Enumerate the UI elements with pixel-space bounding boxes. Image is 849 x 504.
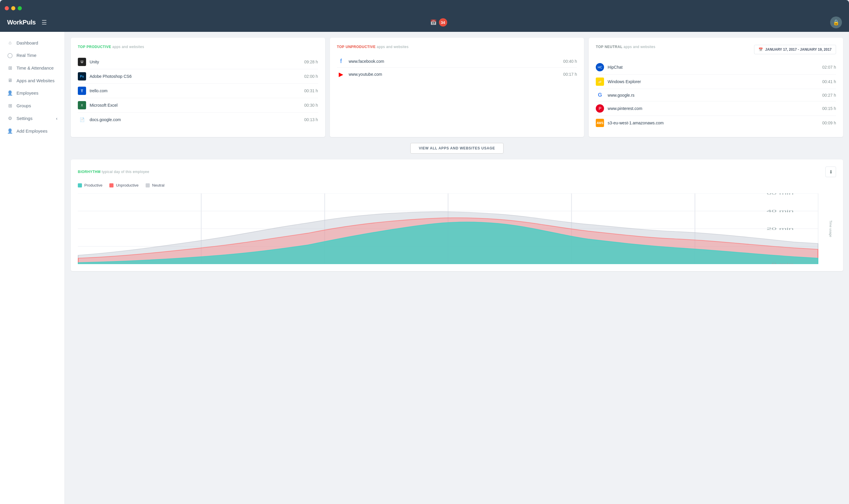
top-unproductive-card: TOP UNPRODUCTIVE apps and websites f www… (330, 38, 584, 137)
app-time: 00:15 h (822, 106, 836, 111)
sidebar-item-employees[interactable]: 👤 Employees (0, 87, 65, 99)
facebook-icon: f (337, 58, 345, 65)
svg-text:40 min: 40 min (766, 209, 794, 213)
dashboard-icon: ⌂ (7, 40, 13, 46)
header-left: WorkPuls ☰ (7, 19, 47, 26)
svg-text:20 min: 20 min (766, 227, 794, 231)
productive-label: Productive (84, 183, 102, 187)
time-attendance-icon: ⊞ (7, 65, 13, 71)
calendar-small-icon: 📅 (759, 48, 763, 52)
top-productive-title: TOP PRODUCTIVE apps and websites (78, 45, 318, 49)
header-center: 📅 34 (430, 18, 447, 26)
add-employees-icon: 👤 (7, 128, 13, 134)
main-content: TOP PRODUCTIVE apps and websites U Unity… (65, 32, 849, 504)
app-time: 00:31 h (304, 88, 318, 93)
youtube-icon: ▶ (337, 71, 345, 78)
top-unproductive-title: TOP UNPRODUCTIVE apps and websites (337, 45, 577, 49)
settings-icon: ⚙ (7, 115, 13, 121)
svg-text:0 min: 0 min (772, 262, 794, 264)
svg-text:60 min: 60 min (766, 193, 794, 195)
sidebar-label-time-attendance: Time & Attendance (17, 66, 54, 70)
list-item: 📁 Windows Explorer 00:41 h (596, 75, 836, 89)
windows-explorer-icon: 📁 (596, 77, 604, 86)
list-item: ▶ www.youtube.com 00:17 h (337, 68, 577, 81)
date-range-badge[interactable]: 📅 JANUARY 17, 2017 - JANUARY 19, 2017 (754, 45, 836, 54)
sidebar-item-groups[interactable]: ⊞ Groups (0, 99, 65, 112)
app-name: trello.com (90, 88, 304, 93)
app-time: 09:28 h (304, 59, 318, 64)
date-range-text: JANUARY 17, 2017 - JANUARY 19, 2017 (765, 48, 832, 52)
chart-outer: 60 min 40 min 20 min 0 min 09:00 12:00 1… (78, 193, 836, 264)
window-chrome (0, 0, 849, 13)
chart-svg: 60 min 40 min 20 min 0 min 09:00 12:00 1… (78, 193, 818, 264)
traffic-lights (5, 6, 22, 10)
app-header: WorkPuls ☰ 📅 34 🔒 (0, 13, 849, 32)
chevron-left-icon: ‹ (56, 116, 57, 121)
sidebar-item-add-employees[interactable]: 👤 Add Employees (0, 125, 65, 137)
menu-toggle[interactable]: ☰ (41, 19, 47, 26)
download-button[interactable]: ⬇ (826, 166, 836, 177)
app-name: HipChat (608, 65, 822, 70)
top-cards-row: TOP PRODUCTIVE apps and websites U Unity… (71, 38, 843, 137)
sidebar-label-settings: Settings (17, 116, 32, 121)
app-name: Microsoft Excel (90, 103, 304, 108)
list-item: f www.facebook.com 00:40 h (337, 55, 577, 68)
biorhythm-chart: 60 min 40 min 20 min 0 min 09:00 12:00 1… (78, 193, 818, 264)
top-neutral-title: TOP NEUTRAL apps and websites (596, 45, 655, 49)
top-neutral-card: TOP NEUTRAL apps and websites 📅 JANUARY … (589, 38, 843, 137)
sidebar-item-settings[interactable]: ⚙ Settings ‹ (0, 112, 65, 125)
app-logo: WorkPuls (7, 19, 36, 26)
list-item: HC HipChat 02:07 h (596, 60, 836, 75)
unproductive-app-list: f www.facebook.com 00:40 h ▶ www.youtube… (337, 55, 577, 81)
sidebar-label-apps-websites: Apps and Websites (17, 78, 55, 83)
photoshop-icon: Ps (78, 72, 86, 80)
header-right: 🔒 (830, 17, 842, 28)
app-time: 00:09 h (822, 121, 836, 125)
sidebar-item-time-attendance[interactable]: ⊞ Time & Attendance (0, 61, 65, 74)
chart-legend: Productive Unproductive Neutral (78, 183, 836, 187)
legend-neutral: Neutral (146, 183, 164, 187)
neutral-app-list: HC HipChat 02:07 h 📁 Windows Explorer 00… (596, 60, 836, 130)
maximize-button[interactable] (18, 6, 22, 10)
app-time: 00:41 h (822, 79, 836, 84)
list-item: P www.pinterest.com 00:15 h (596, 102, 836, 116)
minimize-button[interactable] (11, 6, 15, 10)
sidebar-label-realtime: Real Time (17, 53, 37, 58)
biorhythm-card: BIORHYTHM typical day of this employee ⬇… (71, 159, 843, 271)
app-name: s3-eu-west-1.amazonaws.com (608, 121, 822, 125)
app-time: 00:13 h (304, 117, 318, 122)
sidebar: ⌂ Dashboard ◯ Real Time ⊞ Time & Attenda… (0, 32, 65, 504)
list-item: G www.google.rs 00:27 h (596, 89, 836, 102)
sidebar-item-apps-websites[interactable]: 🖥 Apps and Websites (0, 74, 65, 87)
productive-dot (78, 183, 82, 187)
sidebar-item-dashboard[interactable]: ⌂ Dashboard (0, 37, 65, 49)
apps-websites-icon: 🖥 (7, 78, 13, 83)
close-button[interactable] (5, 6, 9, 10)
employees-icon: 👤 (7, 90, 13, 96)
avatar[interactable]: 🔒 (830, 17, 842, 28)
view-all-apps-button[interactable]: VIEW ALL APPS AND WEBSITES USAGE (410, 143, 504, 154)
app-time: 00:40 h (563, 59, 577, 64)
app-name: Adobe Photoshop CS6 (90, 74, 304, 79)
download-icon: ⬇ (829, 169, 833, 175)
unity-icon: U (78, 58, 86, 66)
app-name: www.youtube.com (349, 72, 563, 77)
notification-badge[interactable]: 34 (439, 18, 447, 26)
groups-icon: ⊞ (7, 103, 13, 108)
app-name: Windows Explorer (608, 79, 822, 84)
app-time: 00:17 h (563, 72, 577, 77)
unproductive-dot (109, 183, 113, 187)
biorhythm-header: BIORHYTHM typical day of this employee ⬇ (78, 166, 836, 177)
y-axis-label: Time usage (829, 220, 832, 237)
view-all-wrap: VIEW ALL APPS AND WEBSITES USAGE (71, 143, 843, 154)
google-icon: G (596, 92, 604, 98)
sidebar-label-dashboard: Dashboard (17, 40, 38, 46)
list-item: Ps Adobe Photoshop CS6 02:00 h (78, 69, 318, 84)
sidebar-item-realtime[interactable]: ◯ Real Time (0, 49, 65, 61)
avatar-icon: 🔒 (833, 19, 839, 26)
legend-productive: Productive (78, 183, 102, 187)
calendar-icon[interactable]: 📅 (430, 19, 437, 26)
app-name: www.facebook.com (349, 59, 563, 64)
productive-app-list: U Unity 09:28 h Ps Adobe Photoshop CS6 0… (78, 55, 318, 127)
top-productive-card: TOP PRODUCTIVE apps and websites U Unity… (71, 38, 325, 137)
